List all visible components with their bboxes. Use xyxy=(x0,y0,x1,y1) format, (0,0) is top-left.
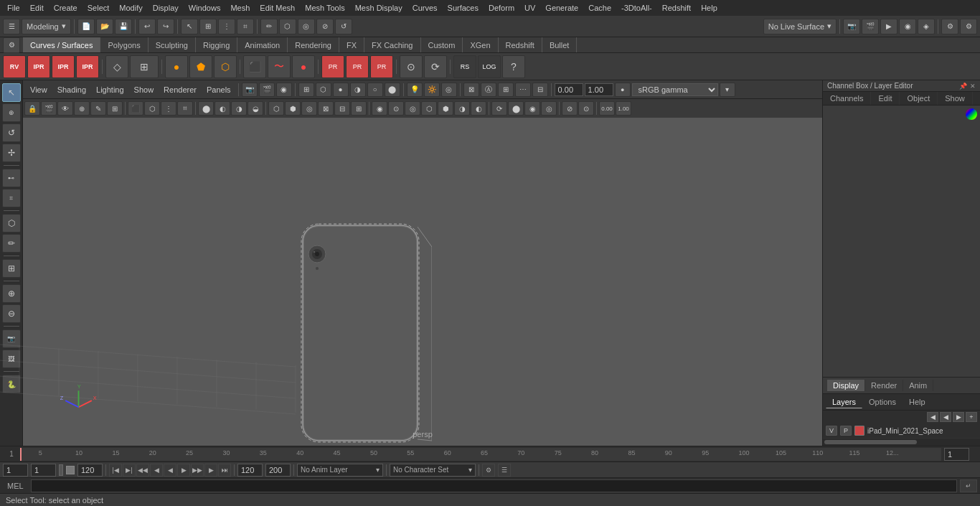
cam1-btn[interactable]: 📷 xyxy=(843,19,860,34)
vp-tex-icon[interactable]: ⬤ xyxy=(385,83,400,97)
scale-tool-btn[interactable]: ✢ xyxy=(2,144,21,162)
no-char-set-dropdown[interactable]: No Character Set ▾ xyxy=(390,464,476,477)
vp-face-icon[interactable]: ◑ xyxy=(231,101,247,116)
paint-sel-btn[interactable]: ✏ xyxy=(2,234,21,253)
vp-q6-icon[interactable]: ⊞ xyxy=(351,101,367,116)
paint3-btn[interactable]: ◎ xyxy=(298,19,315,34)
vp-cam-lock-icon[interactable]: 🔒 xyxy=(24,101,40,116)
ipr-btn[interactable]: ◉ xyxy=(899,19,916,34)
undo-btn[interactable]: ↩ xyxy=(138,19,156,34)
timeline-ruler[interactable]: 5 10 15 20 25 30 35 40 45 50 55 60 65 70… xyxy=(20,448,941,461)
vp-step2-icon[interactable]: 1.00 xyxy=(616,101,631,116)
vp-dof-icon[interactable]: ⊞ xyxy=(498,83,514,97)
lighting-menu[interactable]: Lighting xyxy=(92,84,128,95)
mel-input[interactable] xyxy=(31,479,957,492)
pb-goto-end-btn[interactable]: ▶| xyxy=(123,464,136,477)
live-surface-dropdown[interactable]: No Live Surface ▾ xyxy=(763,19,837,34)
shelf-icon-anim[interactable]: ⟳ xyxy=(424,55,447,78)
vp-hide1-icon[interactable]: ⊘ xyxy=(562,101,578,116)
menu-mesh-display[interactable]: Mesh Display xyxy=(351,2,407,14)
vp-wire-icon[interactable]: ⬡ xyxy=(316,83,331,97)
menu-surfaces[interactable]: Surfaces xyxy=(443,2,483,14)
rp-layers-subtab[interactable]: Layers xyxy=(826,395,862,408)
rp-close-btn[interactable]: ✕ xyxy=(970,83,976,90)
shelf-icon-ipr[interactable]: IPR xyxy=(27,55,50,78)
vp-gamma-field[interactable] xyxy=(585,83,613,96)
vp-aa-icon[interactable]: Ⓐ xyxy=(481,83,496,97)
renderer-menu[interactable]: Renderer xyxy=(159,84,201,95)
paint5-btn[interactable]: ↺ xyxy=(335,19,352,34)
menu-mesh[interactable]: Mesh xyxy=(226,2,254,14)
color-swatch[interactable] xyxy=(966,108,977,120)
shelf-icon-ipr2[interactable]: IPR xyxy=(52,55,75,78)
vp-film2-icon[interactable]: 🎬 xyxy=(41,101,57,116)
vp-shade-icon[interactable]: ● xyxy=(333,83,349,97)
show-menu[interactable]: Show xyxy=(130,84,159,95)
vp-edge-icon[interactable]: ◐ xyxy=(215,101,230,116)
menu-create[interactable]: Create xyxy=(50,2,82,14)
save-scene-btn[interactable]: 💾 xyxy=(115,19,132,34)
render-btn[interactable]: ▶ xyxy=(880,19,897,34)
vp-grid-icon[interactable]: ⊞ xyxy=(298,83,314,97)
shelf-tab-fx-caching[interactable]: FX Caching xyxy=(364,37,420,52)
vp-anim3-icon[interactable]: ◉ xyxy=(524,101,540,116)
open-scene-btn[interactable]: 📂 xyxy=(96,19,113,34)
rp-help-subtab[interactable]: Help xyxy=(903,395,932,408)
menu-file[interactable]: File xyxy=(3,2,24,14)
shelf-tab-bullet[interactable]: Bullet xyxy=(542,37,578,52)
vp-step1-icon[interactable]: 0.00 xyxy=(599,101,615,116)
rp-pin-btn[interactable]: 📌 xyxy=(959,83,967,90)
vp-q3-icon[interactable]: ◎ xyxy=(301,101,317,116)
rp-tab-edit[interactable]: Edit xyxy=(871,92,900,105)
pb-prev-frame-btn[interactable]: ◀ xyxy=(150,464,163,477)
shelf-tab-polygons[interactable]: Polygons xyxy=(100,37,148,52)
snap-grid-btn[interactable]: ⋮ xyxy=(218,19,235,34)
shelf-icon-diamond[interactable]: ◇ xyxy=(105,55,128,78)
right-panel-scrollbar[interactable] xyxy=(823,439,980,446)
shelf-icon-rs1[interactable]: RS xyxy=(453,55,476,78)
shelf-icon-shape1[interactable]: ⬟ xyxy=(189,55,212,78)
pb-stop-btn[interactable]: ⏭ xyxy=(218,464,231,477)
shelf-tab-curves-surfaces[interactable]: Curves / Surfaces xyxy=(23,37,100,52)
sidebar-toggle-btn[interactable]: ☰ xyxy=(3,19,20,34)
shelf-icon-ipr3[interactable]: IPR xyxy=(76,55,99,78)
paint2-btn[interactable]: ⬡ xyxy=(279,19,296,34)
vp-shade3-icon[interactable]: ○ xyxy=(367,83,383,97)
vp-anim4-icon[interactable]: ◎ xyxy=(541,101,557,116)
pb-next-frame-btn[interactable]: ▶ xyxy=(204,464,217,477)
vp-film-icon[interactable]: 🎬 xyxy=(259,83,275,97)
anim-end2-input[interactable] xyxy=(265,464,291,477)
shelf-tab-rigging[interactable]: Rigging xyxy=(196,37,237,52)
vp-r1-icon[interactable]: ◉ xyxy=(372,101,387,116)
settings-btn[interactable]: ⚙ xyxy=(941,19,958,34)
vp-shad-icon[interactable]: ◎ xyxy=(441,83,457,97)
menu-redshift[interactable]: Redshift xyxy=(658,2,695,14)
menu-3dto[interactable]: -3DtoAll- xyxy=(617,2,656,14)
layer-visibility-btn[interactable]: V xyxy=(826,426,837,436)
move-tool-btn[interactable]: ⊕ xyxy=(2,103,21,122)
vp-r7-icon[interactable]: ◐ xyxy=(471,101,486,116)
new-scene-btn[interactable]: 📄 xyxy=(77,19,95,34)
grid-plus-btn[interactable]: ⊕ xyxy=(2,284,21,303)
layer-playback-btn[interactable]: P xyxy=(840,426,852,436)
layer-color-swatch[interactable] xyxy=(854,426,864,436)
pb-play-fwd-btn[interactable]: ▶ xyxy=(177,464,190,477)
vp-obj-icon[interactable]: ◉ xyxy=(276,83,292,97)
menu-cache[interactable]: Cache xyxy=(584,2,616,14)
pb-step-fwd-btn[interactable]: ▶▶ xyxy=(191,464,204,477)
vp-r4-icon[interactable]: ⬡ xyxy=(421,101,437,116)
vp-shade2-icon[interactable]: ◑ xyxy=(350,83,366,97)
menu-edit[interactable]: Edit xyxy=(26,2,48,14)
rp-display-tab[interactable]: Display xyxy=(827,380,865,391)
view-menu[interactable]: View xyxy=(26,84,52,95)
shelf-icon-bowl[interactable]: ⊙ xyxy=(400,55,423,78)
vp-r3-icon[interactable]: ◎ xyxy=(405,101,420,116)
shelf-icon-pr1[interactable]: PR xyxy=(321,55,344,78)
rp-tab-object[interactable]: Object xyxy=(900,92,938,105)
menu-display[interactable]: Display xyxy=(149,2,183,14)
vp-color-space-icon[interactable]: ● xyxy=(615,83,631,97)
rp-layer-arrow-left1[interactable]: ◀ xyxy=(927,412,938,422)
cam2-btn[interactable]: 🎬 xyxy=(862,19,879,34)
menu-windows[interactable]: Windows xyxy=(184,2,225,14)
shelf-icon-red1[interactable]: ⬛ xyxy=(243,55,266,78)
